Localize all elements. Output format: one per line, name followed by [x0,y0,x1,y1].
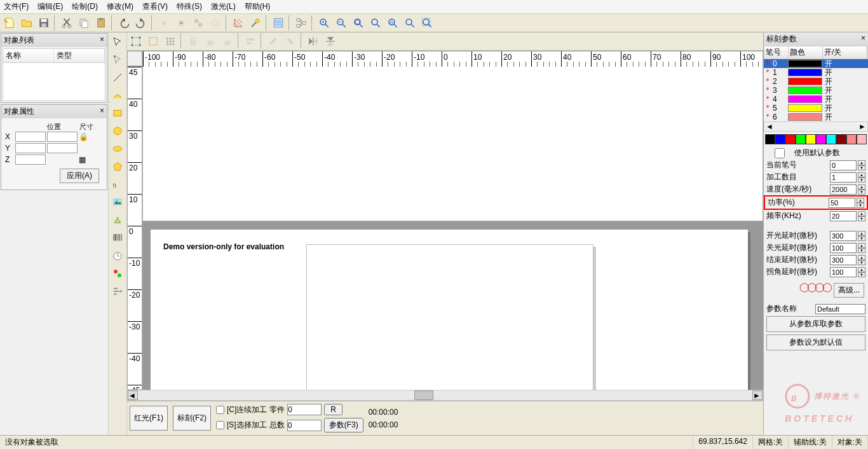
apply-button[interactable]: 应用(A) [60,169,99,183]
select-bounds-icon[interactable] [128,33,144,50]
ellipse-tool-icon[interactable] [109,141,126,157]
palette-swatch[interactable] [857,134,867,144]
close-icon[interactable]: × [100,35,104,46]
total-input[interactable] [287,420,322,431]
select-proc-checkbox[interactable] [216,421,224,429]
menu-view[interactable]: 查看(V) [142,1,168,12]
col-name[interactable]: 名称 [3,49,54,62]
freq-input[interactable] [830,211,857,221]
select-tool-icon[interactable] [109,34,126,50]
cornerDelay-spinner[interactable]: ▲▼ [858,267,865,277]
copy-icon[interactable] [76,15,92,31]
offDelay-input[interactable] [830,243,857,253]
shear2-icon[interactable] [282,33,299,50]
x-size-input[interactable] [47,132,78,142]
list-icon[interactable] [270,15,287,31]
palette-swatch[interactable] [775,134,785,144]
power-input[interactable] [829,198,855,208]
hatch-icon[interactable] [230,15,247,31]
col-type[interactable]: 类型 [54,49,105,62]
menu-special[interactable]: 特殊(S) [177,1,202,12]
lock1-icon[interactable] [185,33,201,50]
zoom-extents-icon[interactable] [419,15,435,31]
menu-draw[interactable]: 绘制(D) [72,1,98,12]
count-input[interactable] [830,172,857,183]
freq-spinner[interactable]: ▲▼ [858,211,865,221]
menu-modify[interactable]: 修改(M) [107,1,133,12]
align1-icon[interactable] [242,33,259,50]
extend-tool-icon[interactable] [109,283,126,300]
tree-icon[interactable] [293,15,309,31]
pick3-icon[interactable] [190,15,207,31]
cut-icon[interactable] [58,15,75,31]
canvas[interactable]: Demo version-only for evaluation [142,221,763,390]
shear1-icon[interactable] [265,33,281,50]
y-pos-input[interactable] [15,143,46,153]
circle-tool-icon[interactable] [109,123,126,139]
zoom-all-icon[interactable]: A [384,15,401,31]
speed-input[interactable] [830,184,857,195]
load-params-button[interactable]: 从参数库取参数 [766,316,865,332]
advanced-button[interactable]: 高级... [834,283,864,298]
palette-swatch[interactable] [836,134,846,144]
pick2-icon[interactable] [173,15,189,31]
barcode-tool-icon[interactable] [109,230,126,246]
menu-help[interactable]: 帮助(H) [245,1,271,12]
zoom-fit-icon[interactable] [367,15,384,31]
io-tool-icon[interactable] [109,265,126,282]
new-file-icon[interactable] [1,15,18,31]
palette-swatch[interactable] [796,134,806,144]
palette-swatch[interactable] [806,134,816,144]
pen-col-num[interactable]: 笔号 [764,46,789,59]
zoom-select-icon[interactable] [402,15,418,31]
endDelay-spinner[interactable]: ▲▼ [858,255,865,265]
anchor-icon[interactable]: ▦ [79,155,86,164]
close-icon[interactable]: × [100,106,104,117]
use-default-checkbox[interactable] [766,148,793,158]
pen-row-6[interactable]: *6开 [764,113,868,121]
count-spinner[interactable]: ▲▼ [858,172,865,183]
offDelay-spinner[interactable]: ▲▼ [858,243,865,253]
power-spinner[interactable]: ▲▼ [857,198,864,208]
h-scrollbar[interactable]: ◄► [127,390,763,401]
lock3-icon[interactable] [219,33,236,50]
pen-col-color[interactable]: 颜色 [789,46,823,59]
continuous-checkbox[interactable] [216,406,224,414]
save-icon[interactable] [36,15,52,31]
zoom-window-icon[interactable] [350,15,367,31]
zoom-in-icon[interactable] [316,15,332,31]
timer-tool-icon[interactable] [109,247,126,264]
image-tool-icon[interactable] [109,194,126,211]
palette-swatch[interactable] [826,134,836,144]
rect-tool-icon[interactable] [109,105,126,121]
mirror-h-icon[interactable] [305,33,322,50]
undo-icon[interactable] [116,15,132,31]
select-nodes-icon[interactable] [145,33,161,50]
close-icon[interactable]: × [861,34,865,45]
palette-swatch[interactable] [765,134,775,144]
object-list-body[interactable] [3,63,105,101]
palette-swatch[interactable] [846,134,857,144]
y-size-input[interactable] [47,143,78,153]
palette-swatch[interactable] [785,134,796,144]
menu-edit[interactable]: 编辑(E) [37,1,63,12]
rings-icon[interactable]: ◯◯◯◯ [799,282,830,299]
open-file-icon[interactable] [18,15,35,31]
menu-file[interactable]: 文件(F) [4,1,29,12]
speed-spinner[interactable]: ▲▼ [858,184,865,195]
text-tool-icon[interactable]: fI [109,176,126,193]
node-tool-icon[interactable] [109,52,126,68]
mark-button[interactable]: 标刻(F2) [173,406,211,431]
redo-icon[interactable] [133,15,149,31]
paste-icon[interactable] [93,15,109,31]
pick4-icon[interactable] [207,15,224,31]
vector-tool-icon[interactable] [109,212,126,228]
tools-icon[interactable] [247,15,264,31]
r-button[interactable]: R [324,404,342,415]
save-default-button[interactable]: 参数设为默认值 [766,335,865,350]
param-name-input[interactable] [815,304,865,314]
polygon-tool-icon[interactable] [109,158,126,175]
param-button[interactable]: 参数(F3) [324,418,363,432]
z-pos-input[interactable] [15,155,46,165]
curve-tool-icon[interactable] [109,87,126,104]
